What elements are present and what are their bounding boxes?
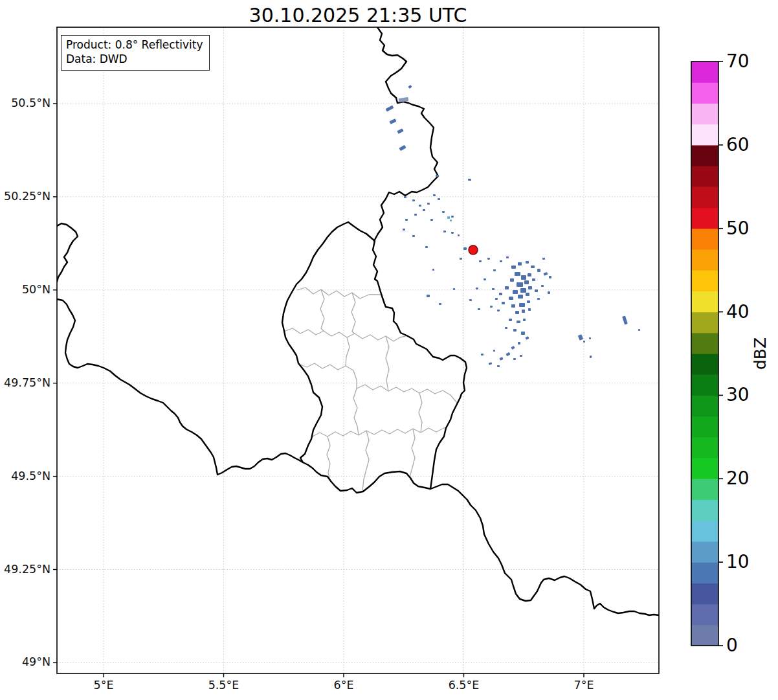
radar-echo	[439, 303, 441, 305]
canton-border	[283, 328, 406, 341]
radar-echo	[590, 356, 592, 358]
colorbar-tick-label: 60	[726, 134, 750, 155]
colorbar-tick-label: 70	[726, 51, 750, 72]
radar-echo	[515, 272, 520, 276]
radar-echo	[397, 128, 403, 134]
radar-echo	[520, 288, 526, 293]
canton-border	[327, 436, 330, 480]
radar-echo	[493, 350, 495, 352]
colorbar-tick-label: 50	[726, 218, 750, 239]
radar-echo	[506, 256, 509, 258]
radar-echo	[537, 298, 540, 300]
radar-echo	[479, 260, 482, 262]
canton-borders-layer	[283, 288, 457, 491]
radar-echo	[451, 232, 454, 234]
radar-echo	[490, 306, 493, 308]
radar-echo	[499, 293, 502, 295]
radar-echo	[526, 293, 529, 296]
colorbar-segment	[691, 625, 718, 646]
radar-echo	[399, 145, 406, 151]
radar-echo	[447, 216, 450, 219]
map-layers	[57, 27, 659, 673]
radar-echo	[403, 229, 405, 231]
radar-echo	[509, 297, 513, 300]
colorbar-segment	[691, 583, 718, 604]
canton-border	[298, 363, 353, 370]
radar-echo	[487, 258, 490, 260]
radar-echo	[523, 319, 526, 321]
colorbar-segment	[691, 541, 718, 563]
radar-echo	[483, 278, 486, 280]
radar-echo	[578, 334, 583, 341]
radar-echo	[412, 199, 415, 201]
radar-echo	[513, 290, 518, 294]
radar-echo	[541, 285, 544, 287]
radar-echo	[537, 269, 540, 272]
graticule-layer	[57, 27, 659, 673]
canton-border	[297, 288, 381, 299]
radar-echo	[525, 336, 529, 339]
colorbar-segment	[691, 395, 718, 416]
radar-echo	[510, 278, 514, 282]
radar-echo	[549, 276, 551, 278]
radar-echo	[497, 310, 500, 311]
radar-echo	[521, 332, 525, 335]
radar-echo	[528, 273, 531, 277]
radar-echo	[518, 342, 520, 344]
radar-echo	[492, 288, 495, 290]
colorbar-segment	[691, 145, 718, 166]
colorbar-tick-label: 10	[726, 551, 750, 572]
radar-echo	[532, 278, 535, 281]
latitude-tick-label: 50.25°N	[0, 190, 50, 203]
radar-echo	[521, 275, 526, 280]
colorbar-segment	[691, 500, 718, 521]
radar-echo	[453, 288, 455, 290]
radar-echo	[386, 105, 394, 111]
radar-echo	[399, 97, 409, 102]
radar-echo	[548, 291, 550, 294]
radar-echo	[438, 198, 440, 200]
radar-echo	[478, 308, 480, 310]
canton-border	[353, 370, 359, 435]
radar-echo	[443, 231, 446, 232]
radar-echo	[499, 357, 503, 360]
radar-echo	[638, 329, 640, 331]
radar-echo	[489, 362, 493, 365]
colorbar-segment	[691, 458, 718, 479]
colorbar-segment	[691, 229, 718, 250]
latitude-tick-label: 49.75°N	[0, 376, 50, 389]
latitude-tick-label: 49°N	[0, 655, 50, 668]
radar-echo	[583, 341, 585, 343]
radar-echo	[511, 304, 515, 308]
radar-echo	[458, 234, 460, 236]
colorbar-segment	[691, 604, 718, 626]
radar-echo	[513, 329, 517, 332]
radar-echo	[404, 196, 406, 198]
longitude-tick-label: 5.5°E	[195, 679, 253, 692]
country-border	[282, 222, 467, 493]
longitude-tick-label: 5°E	[74, 679, 133, 692]
radar-echo	[526, 261, 529, 264]
colorbar-segment	[691, 312, 718, 333]
radar-echo	[505, 286, 509, 289]
radar-echo	[463, 247, 467, 250]
radar-echo	[513, 358, 516, 360]
colorbar-segment	[691, 249, 718, 271]
colorbar-segment	[691, 562, 718, 583]
radar-echo	[425, 246, 428, 248]
radar-echo	[519, 303, 525, 307]
radar-echo	[542, 258, 545, 260]
radar-echo	[522, 310, 525, 313]
latitude-tick-label: 50.5°N	[0, 96, 50, 109]
radar-echo	[493, 269, 496, 271]
radar-echo	[518, 262, 522, 265]
radar-echo	[505, 327, 507, 329]
country-border	[57, 299, 303, 475]
radar-echo	[509, 319, 512, 321]
radar-echo	[497, 365, 500, 367]
radar-echo	[528, 308, 531, 311]
colorbar-segment	[691, 354, 718, 375]
radar-echo	[412, 235, 415, 237]
radar-echo	[517, 282, 523, 287]
colorbar-segment	[691, 374, 718, 396]
